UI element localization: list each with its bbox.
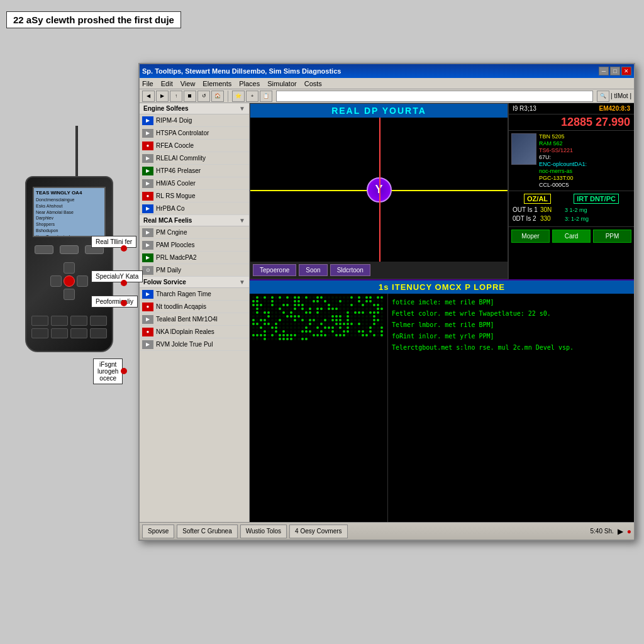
dot-121 [313,308,315,310]
menu-places[interactable]: Places [239,80,260,87]
dpad-up-btn[interactable] [64,262,75,274]
obd-dpad [50,262,88,300]
toolbar-btn-8[interactable]: + [246,91,258,102]
dot-48 [301,300,304,303]
dpad-right-btn[interactable] [77,275,88,287]
dot-167 [354,311,357,314]
status-btn-1[interactable]: Spovse [142,525,174,538]
dot-42 [279,300,281,303]
sidebar-item-hrpba[interactable]: ▶ HrPBA Co [140,203,249,215]
menu-costs[interactable]: Costs [304,80,322,87]
sidebar-item-ripm[interactable]: ▶ RIPM-4 Doig [140,114,249,127]
moper-button[interactable]: Moper [511,230,550,243]
ppm-button[interactable]: PPM [593,230,631,243]
sidebar-item-tharch[interactable]: ▶ Tharch Ragen Time [140,288,249,301]
row2-value: 330 [540,215,562,222]
toolbar-btn-4[interactable]: ⏹ [184,91,196,102]
sidebar-item-pm-cngine[interactable]: ▶ PM Cngine [140,226,249,239]
address-bar[interactable] [276,91,593,102]
obd-func-btn-4[interactable] [90,316,107,326]
obd-func-btn-6[interactable] [51,328,68,338]
obd-func-btn-2[interactable] [51,316,68,326]
obd-func-btn-7[interactable] [70,328,87,338]
toolbar-btn-9[interactable]: 📋 [260,91,272,102]
sidebar-icon-rlelai: ▶ [142,154,153,163]
dot-155 [309,311,311,314]
status-btn-3[interactable]: Wustio Tolos [240,525,287,538]
dot-109 [267,308,270,310]
obd-func-btn-1[interactable] [31,316,48,326]
sidebar-item-rvm[interactable]: ▶ RVM Jolcle True Pul [140,338,249,351]
menu-edit[interactable]: Edit [161,80,173,87]
menu-view[interactable]: View [180,80,196,87]
menu-elements[interactable]: Elements [203,80,231,87]
dot-250 [271,323,274,325]
sidebar-item-htspa[interactable]: ▶ HTSPA Controlator [140,127,249,140]
dot-361 [294,334,296,336]
toolbar-btn-5[interactable]: ↺ [197,91,210,102]
toolbar-btn-7[interactable]: ⭐ [232,91,245,102]
dot-333 [320,330,323,333]
viz-btn-2[interactable]: Soon [299,264,327,276]
dot-187 [297,315,300,318]
sidebar-item-htp46[interactable]: ▶ HTP46 Prelaser [140,165,249,177]
sidebar-item-pm-daily[interactable]: ⊙ PM Daily [140,264,249,277]
dpad-center-btn[interactable] [64,275,75,287]
close-button[interactable]: ✕ [621,67,631,75]
obd-device: TEAS WINGLY OA4 Donctmensclaingue Esks A… [13,176,132,352]
dot-341 [350,330,353,333]
obd-func-btn-5[interactable] [31,328,48,338]
sidebar-item-pam[interactable]: ▶ PAM Ploocles [140,239,249,252]
dpad-left-btn[interactable] [50,275,62,287]
dot-128 [339,308,341,310]
dpad-down-btn[interactable] [64,289,75,300]
dot-280 [252,326,255,329]
sidebar-item-hm[interactable]: ▶ HM/A5 Cooler [140,177,249,190]
toolbar-btn-1[interactable]: ◀ [142,91,155,102]
dot-188 [301,315,304,318]
obd-btn-1[interactable] [35,245,53,254]
dot-86 [313,304,315,306]
toolbar-btn-2[interactable]: ▶ [156,91,169,102]
dot-189 [305,315,308,318]
menu-simulator[interactable]: Simulator [267,80,296,87]
obd-func-btn-8[interactable] [90,328,107,338]
sidebar-item-prl[interactable]: ▶ PRL MadcPA2 [140,252,249,264]
minimize-button[interactable]: ─ [599,67,609,75]
toolbar-btn-6[interactable]: 🏠 [211,91,224,102]
dot-337 [335,330,338,333]
obd-btn-2[interactable] [60,245,79,254]
maximize-button[interactable]: □ [610,67,620,75]
dot-371 [331,334,334,336]
toolbar-search-btn[interactable]: 🔍 [597,91,609,102]
dot-379 [362,334,364,336]
sidebar-item-rlelai[interactable]: ▶ RLELAI Commlity [140,152,249,165]
dot-9 [286,296,289,299]
sidebar-item-nt[interactable]: ● Nt toodlin Acqapis [140,301,249,313]
dot-97 [354,304,357,306]
viz-btn-3[interactable]: Sldcrtoon [330,264,370,276]
dot-395 [290,338,292,340]
dot-85 [309,304,311,306]
obd-func-btn-3[interactable] [70,316,87,326]
menu-file[interactable]: File [142,80,153,87]
dot-315 [252,330,255,333]
sidebar-item-nka[interactable]: ● NKA lDoplain Reales [140,326,249,338]
dot-252 [279,323,281,325]
dot-66 [369,300,372,303]
toolbar-btn-3[interactable]: ↑ [170,91,182,102]
dot-197 [335,315,338,318]
dot-213 [264,319,266,321]
dot-82 [297,304,300,306]
sidebar-item-rfea[interactable]: ● RFEA Coocle [140,140,249,152]
status-btn-2[interactable]: Softer C Grubnea [177,525,237,538]
sidebar-item-rlrs[interactable]: ● RL RS Mogue [140,190,249,203]
sidebar-item-tealeal[interactable]: ▶ Tealeal Bent NMr1O4l [140,313,249,326]
dot-340 [347,330,349,333]
dot-310 [365,326,368,329]
card-button[interactable]: Card [552,230,591,243]
dot-366 [313,334,315,336]
status-btn-4[interactable]: 4 Oesy Covmers [289,525,347,538]
dot-117 [297,308,300,310]
viz-btn-1[interactable]: Tepoerone [253,264,296,276]
